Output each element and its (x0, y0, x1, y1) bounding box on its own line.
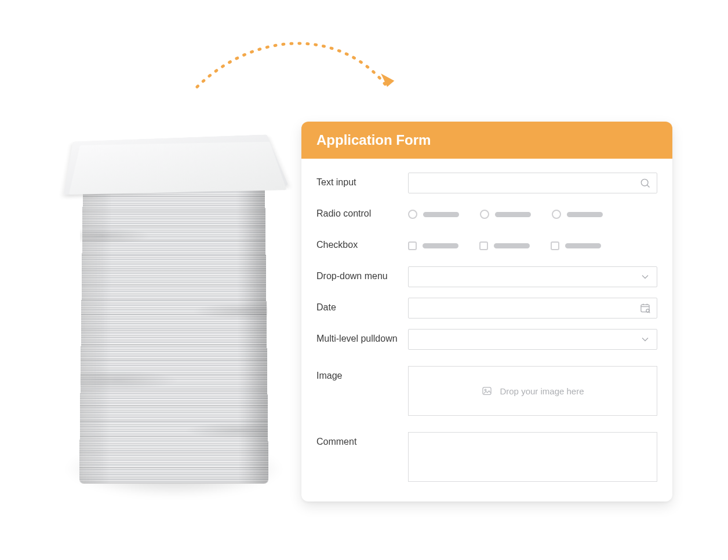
checkbox-option-1[interactable] (408, 241, 458, 250)
row-image: Image Drop your image here (316, 366, 657, 416)
radio-icon (408, 210, 417, 219)
application-form-card: Application Form Text input Radio contro… (301, 122, 672, 502)
radio-option-1[interactable] (408, 210, 459, 219)
paper-stack-illustration (46, 98, 296, 492)
checkbox-group (408, 235, 657, 256)
label-comment: Comment (316, 432, 398, 448)
radio-option-3[interactable] (552, 210, 603, 219)
checkbox-icon (551, 241, 559, 250)
row-comment: Comment (316, 432, 657, 482)
checkbox-option-3-label (565, 243, 601, 248)
radio-option-2-label (495, 212, 531, 217)
paper-stack-body (79, 171, 269, 484)
arrow-illustration (185, 23, 417, 122)
comment-textarea[interactable] (408, 432, 657, 482)
row-date: Date (316, 298, 657, 319)
label-text-input: Text input (316, 173, 398, 189)
radio-group (408, 204, 657, 225)
row-dropdown: Drop-down menu (316, 266, 657, 287)
checkbox-icon (479, 241, 488, 250)
radio-option-1-label (423, 212, 459, 217)
svg-point-1 (641, 179, 648, 186)
svg-point-10 (485, 389, 487, 391)
checkbox-icon (408, 241, 417, 250)
row-radio: Radio control (316, 204, 657, 225)
label-checkbox: Checkbox (316, 235, 398, 251)
magnifier-icon (639, 177, 651, 189)
row-checkbox: Checkbox (316, 235, 657, 256)
text-input-field[interactable] (408, 173, 657, 193)
calendar-icon (639, 302, 651, 314)
label-date: Date (316, 298, 398, 314)
checkbox-option-3[interactable] (551, 241, 601, 250)
radio-option-2[interactable] (480, 210, 531, 219)
label-dropdown: Drop-down menu (316, 266, 398, 283)
svg-rect-3 (641, 305, 649, 312)
date-field[interactable] (408, 298, 657, 319)
row-text-input: Text input (316, 173, 657, 193)
multilevel-pulldown-field[interactable] (408, 329, 657, 350)
radio-icon (480, 210, 489, 219)
label-multilevel: Multi-level pulldown (316, 329, 398, 345)
label-radio: Radio control (316, 204, 398, 220)
checkbox-option-2[interactable] (479, 241, 530, 250)
image-icon (481, 385, 493, 397)
paper-stack-top-sheet-2 (69, 142, 287, 195)
form-body: Text input Radio control (301, 159, 672, 502)
arrow-icon (185, 23, 417, 122)
chevron-down-icon (639, 334, 651, 345)
row-multilevel: Multi-level pulldown (316, 329, 657, 350)
checkbox-option-2-label (494, 243, 530, 248)
dropdown-field[interactable] (408, 266, 657, 287)
radio-option-3-label (567, 212, 603, 217)
radio-icon (552, 210, 561, 219)
svg-line-2 (647, 185, 650, 188)
svg-line-8 (649, 312, 650, 313)
image-dropzone-hint: Drop your image here (500, 386, 584, 396)
form-title: Application Form (301, 122, 672, 159)
chevron-down-icon (639, 271, 651, 283)
image-dropzone[interactable]: Drop your image here (408, 366, 657, 416)
checkbox-option-1-label (423, 243, 458, 248)
svg-marker-0 (377, 74, 395, 89)
label-image: Image (316, 366, 398, 382)
